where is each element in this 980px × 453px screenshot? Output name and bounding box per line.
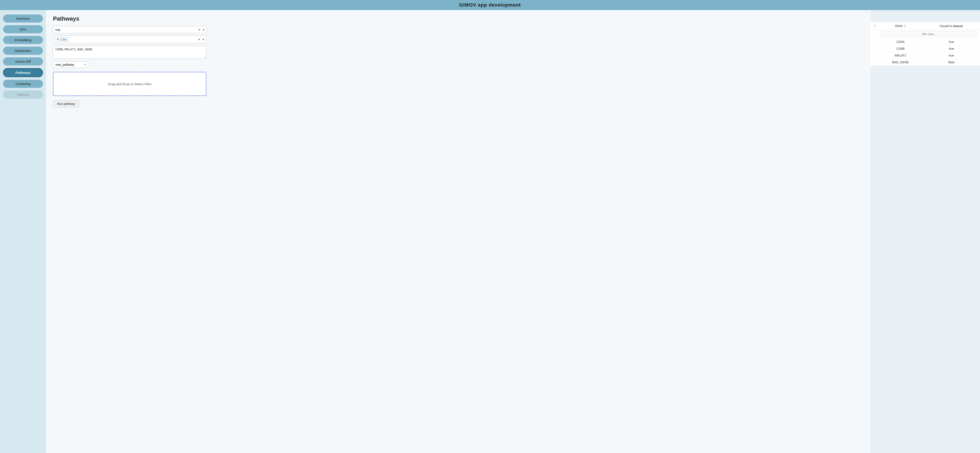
search-input-wrapper: ✕ ▾ <box>53 26 206 33</box>
dropdown-tag-icon[interactable]: ▾ <box>202 37 205 41</box>
pathway-name-input[interactable] <box>53 61 88 68</box>
row-check-3 <box>870 52 878 59</box>
app-title: GIMOV app development <box>459 2 521 8</box>
search-controls: ✕ ▾ <box>197 28 205 32</box>
sidebar-item-qcs[interactable]: QCs <box>3 25 43 33</box>
pathway-name-row: ✎ <box>53 61 864 68</box>
selected-tag: ✕ CD8A <box>55 37 69 42</box>
clear-search-icon[interactable]: ✕ <box>197 28 201 32</box>
table-row: CD8A true <box>870 38 980 45</box>
tag-remove-icon[interactable]: ✕ <box>57 38 59 41</box>
gene-cell-2: CD8B <box>878 45 923 52</box>
pathways-panel: Pathways ✕ ▾ ✕ CD8A <box>46 10 870 453</box>
sidebar-item-clustering[interactable]: Clustering <box>3 80 43 88</box>
sidebar-item-genes-diff[interactable]: Genes Diff <box>3 57 43 65</box>
gene-table: ▲▼ Gene ▲▼ Found in dataset <box>870 22 980 66</box>
page-title: Pathways <box>53 15 864 22</box>
genes-textarea[interactable]: CD8B,MALAT1,BAD_GENE <box>53 46 206 59</box>
tag-label: CD8A <box>60 38 67 41</box>
col-sort-left[interactable]: ▲▼ <box>870 22 878 30</box>
filter-cell <box>878 30 980 38</box>
col-found-header[interactable]: Found in dataset <box>923 22 980 30</box>
found-cell-2: true <box>923 45 980 52</box>
sidebar-item-distribution[interactable]: Distribution <box>3 47 43 55</box>
row-check-1 <box>870 38 878 45</box>
found-cell-3: true <box>923 52 980 59</box>
sidebar-item-overview[interactable]: Overview <box>3 14 43 22</box>
row-check-2 <box>870 45 878 52</box>
table-filter-row <box>870 30 980 38</box>
sidebar-item-options: Options <box>3 91 43 99</box>
pathway-name-wrapper: ✎ <box>53 61 88 68</box>
table-body: CD8A true CD8B true MALAT1 true <box>870 38 980 66</box>
search-row: ✕ ▾ <box>53 26 864 33</box>
run-pathway-button[interactable]: Run pathway <box>53 100 79 107</box>
tag-select-row: ✕ CD8A ✕ ▾ <box>53 35 864 43</box>
row-check-4 <box>870 59 878 66</box>
tag-select-wrapper[interactable]: ✕ CD8A ✕ ▾ <box>53 35 206 43</box>
table-row: CD8B true <box>870 45 980 52</box>
gene-cell-1: CD8A <box>878 38 923 45</box>
table-row: BAD_GENE false <box>870 59 980 66</box>
table-row: MALAT1 true <box>870 52 980 59</box>
sort-arrows-left: ▲▼ <box>874 24 875 28</box>
sort-arrows-gene: ▲▼ <box>904 24 906 28</box>
tag-select-controls: ✕ ▾ <box>197 37 205 41</box>
found-cell-4: false <box>923 59 980 66</box>
sidebar-item-pathways[interactable]: Pathways <box>3 68 43 77</box>
sidebar: Overview QCs Embedding Distribution Gene… <box>0 10 46 453</box>
found-cell-1: true <box>923 38 980 45</box>
clear-tag-icon[interactable]: ✕ <box>197 37 201 41</box>
file-drop-zone[interactable]: Drag and Drop or Select Files <box>53 72 206 96</box>
drop-zone-label: Drag and Drop or Select Files <box>108 82 151 86</box>
app-header: GIMOV app development <box>0 0 980 10</box>
gene-table-panel: ▲▼ Gene ▲▼ Found in dataset <box>870 10 980 453</box>
sidebar-item-embedding[interactable]: Embedding <box>3 36 43 44</box>
gene-cell-3: MALAT1 <box>878 52 923 59</box>
col-gene-header[interactable]: Gene ▲▼ <box>878 22 923 30</box>
search-input[interactable] <box>53 26 206 33</box>
dropdown-search-icon[interactable]: ▾ <box>202 28 205 32</box>
table-header-row: ▲▼ Gene ▲▼ Found in dataset <box>870 22 980 30</box>
table-filter-input[interactable] <box>881 31 977 37</box>
gene-cell-4: BAD_GENE <box>878 59 923 66</box>
